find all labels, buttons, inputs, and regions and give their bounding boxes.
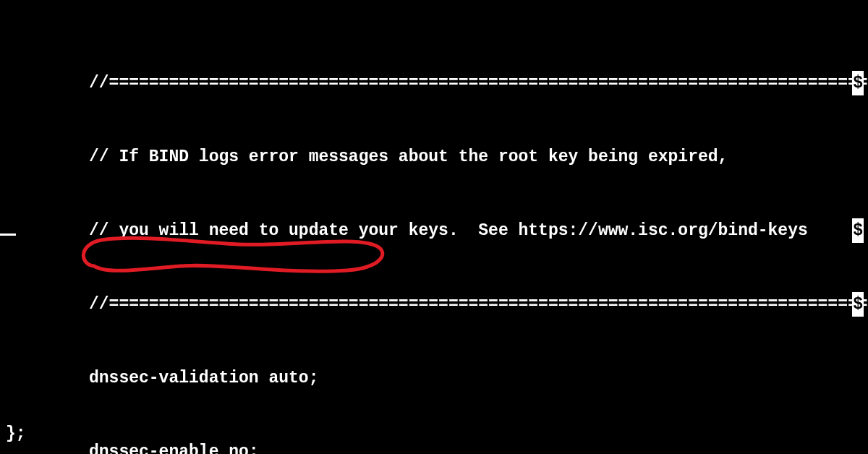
- config-line: // you will need to update your keys. Se…: [0, 218, 868, 243]
- config-line: // If BIND logs error messages about the…: [0, 145, 868, 169]
- config-line: //======================================…: [0, 71, 868, 95]
- config-file-editor[interactable]: //======================================…: [0, 22, 868, 454]
- config-line: dnssec-validation auto;: [0, 366, 868, 390]
- closing-brace: };: [6, 424, 26, 443]
- config-line: //======================================…: [0, 292, 868, 317]
- config-line: dnssec-enable no;: [0, 440, 868, 454]
